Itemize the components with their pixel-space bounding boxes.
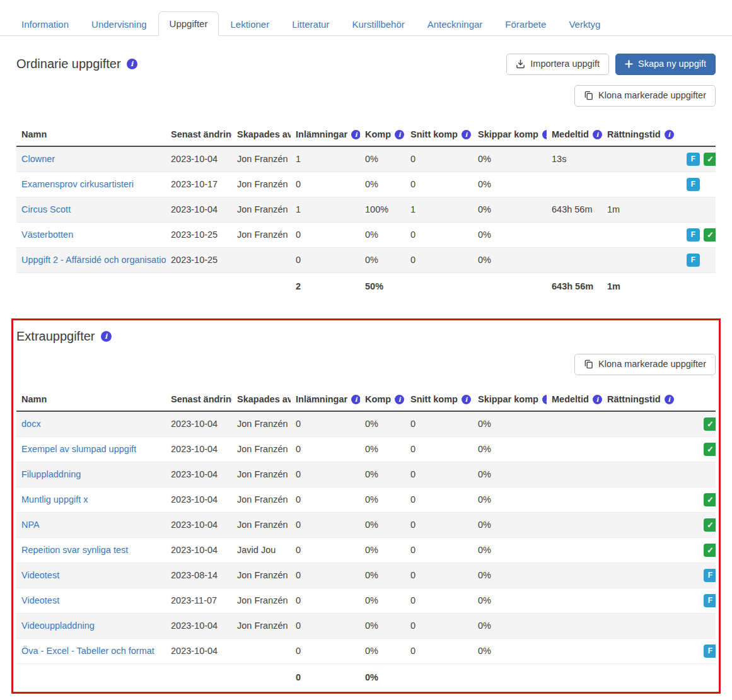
badge-spacer [687, 594, 700, 607]
cell-snitt: 0 [405, 146, 473, 172]
tab-information[interactable]: Information [10, 12, 80, 36]
column-header: Rättningstidi [602, 388, 678, 411]
table-row: Uppgift 2 - Affärsidé och organisation20… [16, 247, 716, 272]
info-icon[interactable]: i [395, 395, 404, 404]
section-header: Extrauppgifter i [16, 329, 716, 344]
clone-selected-button[interactable]: Klona markerade uppgifter [574, 85, 716, 107]
task-link[interactable]: Videotest [21, 595, 59, 605]
table-row: Videouppladdning2023-10-04Jon Franzén00%… [16, 613, 716, 638]
cell-submissions: 1 [291, 146, 360, 172]
cell-changed: 2023-11-07 [166, 588, 232, 613]
tab-lektioner[interactable]: Lektioner [219, 12, 281, 36]
task-link[interactable]: Circus Scott [21, 204, 71, 214]
task-link[interactable]: Videotest [21, 570, 59, 580]
cell-snitt: 0 [405, 247, 473, 272]
clone-selected-button[interactable]: Klona markerade uppgifter [574, 354, 716, 375]
cell-snitt: 0 [405, 411, 473, 437]
badge-spacer [704, 254, 716, 267]
task-link[interactable]: Repeition svar synliga test [21, 545, 128, 555]
info-icon[interactable]: i [542, 395, 547, 404]
cell-medeltid [547, 411, 602, 437]
task-link[interactable]: NPA [21, 520, 40, 530]
column-header: Skapades av [232, 388, 291, 411]
cell-skippar: 0% [473, 172, 547, 197]
cell-snitt: 0 [405, 563, 473, 588]
task-link[interactable]: Filuppladdning [21, 469, 81, 479]
tab-uppgifter[interactable]: Uppgifter [158, 11, 219, 36]
badge-spacer [687, 493, 700, 506]
cell-skippar: 0% [473, 197, 547, 222]
info-icon[interactable]: i [395, 130, 404, 139]
task-link[interactable]: Västerbotten [21, 230, 73, 240]
cell-medeltid [547, 588, 602, 613]
cell-submissions: 1 [291, 197, 360, 222]
task-link[interactable]: Clowner [21, 154, 55, 164]
create-assignment-button[interactable]: Skapa ny uppgift [615, 54, 716, 75]
cell-status: F [678, 638, 716, 663]
cell-creator: Jon Franzén [232, 512, 291, 537]
info-icon[interactable]: i [462, 130, 471, 139]
info-icon[interactable]: i [665, 130, 674, 139]
table-row: Examensprov cirkusartisteri2023-10-17Jon… [16, 172, 716, 197]
info-icon[interactable]: i [593, 130, 602, 139]
info-icon[interactable]: i [351, 395, 360, 404]
cell-komp: 0% [360, 487, 405, 512]
cell-snitt: 0 [405, 537, 473, 563]
cell-name: Filuppladdning [16, 462, 166, 487]
check-badge: ✓ [704, 443, 716, 456]
tab-undervisning[interactable]: Undervisning [80, 12, 158, 36]
footer-cell-empty [232, 663, 291, 691]
section-title-text: Ordinarie uppgifter [16, 57, 121, 71]
column-header: Skippar kompi [473, 388, 547, 411]
cell-komp: 0% [360, 537, 405, 563]
table-row: Videotest2023-11-07Jon Franzén00%00%F [16, 588, 716, 613]
badge-spacer [687, 443, 700, 456]
task-link[interactable]: docx [21, 419, 41, 429]
import-assignment-button[interactable]: Importera uppgift [506, 54, 609, 75]
cell-submissions: 0 [291, 613, 360, 638]
cell-changed: 2023-10-04 [166, 411, 232, 437]
cell-medeltid [547, 613, 602, 638]
task-link[interactable]: Examensprov cirkusartisteri [21, 179, 134, 189]
cell-status: ✓ [678, 436, 716, 462]
cell-name: Circus Scott [16, 197, 166, 222]
cell-snitt: 0 [405, 613, 473, 638]
table-header-row: NamnSenast ändringSkapades avInlämningar… [16, 123, 716, 146]
cell-changed: 2023-10-04 [166, 537, 232, 563]
info-icon[interactable]: i [101, 331, 112, 342]
info-icon[interactable]: i [542, 130, 547, 139]
info-icon[interactable]: i [462, 395, 471, 404]
cell-skippar: 0% [473, 588, 547, 613]
task-link[interactable]: Muntlig uppgift x [21, 494, 88, 505]
info-icon[interactable]: i [665, 395, 674, 404]
column-header: Kompi [360, 388, 405, 411]
cell-changed: 2023-10-17 [166, 172, 232, 197]
cell-medeltid [547, 462, 602, 487]
task-link[interactable]: Öva - Excel - Tabeller och format [21, 646, 154, 656]
tab-kurstillbehor[interactable]: Kurstillbehör [340, 12, 415, 36]
info-icon[interactable]: i [593, 395, 602, 404]
cell-changed: 2023-10-04 [166, 197, 232, 222]
clone-row: Klona markerade uppgifter [16, 85, 716, 107]
cell-changed: 2023-10-04 [166, 487, 232, 512]
create-button-label: Skapa ny uppgift [638, 59, 706, 69]
ordinarie-assignments-table: NamnSenast ändringSkapades avInlämningar… [16, 123, 716, 300]
table-row: Videotest2023-08-14Jon Franzén00%00%F [16, 563, 716, 588]
cell-status: ✓ [678, 512, 716, 537]
cell-creator: Jon Franzén [232, 222, 291, 247]
column-header-status [678, 123, 716, 146]
tab-verktyg[interactable]: Verktyg [557, 12, 612, 36]
cell-skippar: 0% [473, 146, 547, 172]
cell-komp: 0% [360, 247, 405, 272]
cell-skippar: 0% [473, 487, 547, 512]
task-link[interactable]: Uppgift 2 - Affärsidé och organisation [21, 255, 166, 265]
task-link[interactable]: Videouppladdning [21, 621, 95, 631]
info-icon[interactable]: i [351, 130, 360, 139]
tab-anteckningar[interactable]: Anteckningar [416, 12, 494, 36]
task-link[interactable]: Exempel av slumpad uppgift [21, 444, 136, 454]
info-icon[interactable]: i [127, 59, 137, 69]
cell-snitt: 0 [405, 172, 473, 197]
tab-litteratur[interactable]: Litteratur [281, 12, 340, 36]
tab-forarbete[interactable]: Förarbete [494, 12, 557, 36]
section-title-text: Extrauppgifter [16, 329, 95, 344]
